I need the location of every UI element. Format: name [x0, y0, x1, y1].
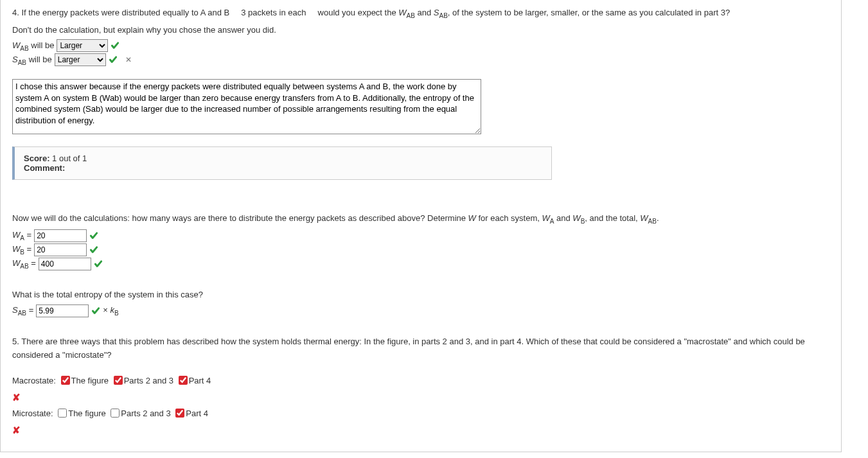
wb-row: WB =	[12, 243, 829, 256]
sab-input[interactable]	[36, 304, 89, 317]
check-icon	[89, 245, 98, 254]
wab-input[interactable]	[39, 258, 91, 270]
micro-opt1: The figure	[68, 409, 108, 418]
calc-intro: Now we will do the calculations: how man…	[12, 212, 829, 227]
wa-label: WA =	[12, 230, 31, 242]
unit-label: × kB	[103, 305, 118, 317]
macro-cb-part4[interactable]	[179, 376, 188, 385]
q4-text-a: 4. If the energy packets were distribute…	[12, 8, 229, 17]
micro-cb-part4[interactable]	[175, 409, 184, 418]
wa-input[interactable]	[34, 229, 87, 242]
q4-text-c: would you expect the	[318, 8, 399, 17]
comment-label: Comment:	[24, 163, 65, 173]
wrong-icon: ✘	[12, 392, 829, 403]
micro-label: Microstate:	[12, 409, 55, 418]
wab-input-label: WAB =	[12, 258, 36, 270]
check-icon	[111, 41, 120, 50]
entropy-question: What is the total entropy of the system …	[12, 288, 829, 302]
wab-label: WAB will be	[12, 40, 54, 52]
micro-opt2: Parts 2 and 3	[121, 409, 173, 418]
feedback-box: Score: 1 out of 1 Comment:	[12, 146, 552, 180]
macrostate-row: Macrostate: The figure Parts 2 and 3 Par…	[12, 373, 829, 389]
wa-row: WA =	[12, 229, 829, 242]
sab-select[interactable]: Larger	[55, 53, 106, 66]
check-icon	[109, 55, 118, 64]
check-icon	[94, 260, 103, 269]
micro-cb-parts23[interactable]	[111, 409, 120, 418]
wab-select[interactable]: Larger	[57, 39, 108, 52]
microstate-row: Microstate: The figure Parts 2 and 3 Par…	[12, 406, 829, 422]
wrong-icon: ✘	[12, 425, 829, 436]
macro-cb-figure[interactable]	[61, 376, 70, 385]
sab-sub: AB	[439, 12, 448, 19]
sab-select-row: SAB will be Larger ✕	[12, 53, 829, 66]
wb-label: WB =	[12, 244, 31, 256]
q4-line2: Don't do the calculation, but explain wh…	[12, 24, 829, 37]
micro-cb-figure[interactable]	[58, 409, 67, 418]
score-value: 1 out of 1	[49, 154, 87, 163]
wab-input-row: WAB =	[12, 258, 829, 270]
macro-opt1: The figure	[71, 376, 111, 385]
check-icon	[89, 231, 98, 240]
sab-label: SAB will be	[12, 55, 52, 66]
check-icon	[91, 306, 100, 315]
explanation-textarea[interactable]: I chose this answer because if the energ…	[12, 79, 481, 134]
q5-text: 5. There are three ways that this proble…	[12, 335, 829, 362]
sab-input-label: SAB =	[12, 305, 33, 317]
macro-cb-parts23[interactable]	[114, 376, 123, 385]
clear-icon[interactable]: ✕	[125, 55, 132, 64]
wab-sub: AB	[407, 12, 415, 19]
wab-select-row: WAB will be Larger	[12, 39, 829, 52]
q4-and: and	[415, 8, 434, 17]
macro-label: Macrostate:	[12, 376, 58, 385]
wab-w: W	[398, 8, 406, 17]
q4-prompt: 4. If the energy packets were distribute…	[12, 6, 829, 21]
macro-opt2: Parts 2 and 3	[124, 376, 176, 385]
wb-input[interactable]	[34, 243, 87, 256]
sab-input-row: SAB = × kB	[12, 304, 829, 317]
macro-opt3: Part 4	[189, 376, 211, 385]
micro-opt3: Part 4	[186, 409, 208, 418]
q4-text-e: , of the system to be larger, smaller, o…	[448, 8, 730, 17]
q4-text-b: 3 packets in each	[241, 8, 306, 17]
sab-s: S	[434, 8, 439, 17]
score-label: Score:	[24, 154, 49, 163]
